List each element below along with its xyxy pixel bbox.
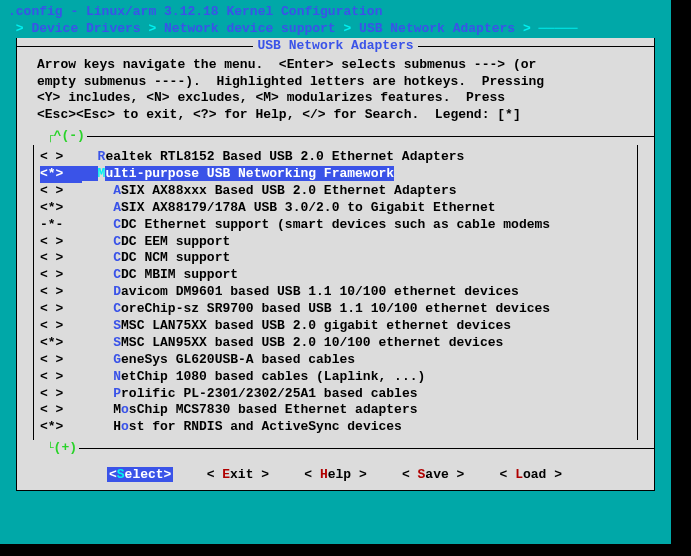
menu-item[interactable]: <*> Multi-purpose USB Networking Framewo… <box>34 166 637 183</box>
menu-item[interactable]: < > GeneSys GL620USB-A based cables <box>34 352 637 369</box>
menu-item[interactable]: < > ASIX AX88xxx Based USB 2.0 Ethernet … <box>34 183 637 200</box>
window-title: USB Network Adapters <box>253 38 417 55</box>
scroll-up-indicator: ┌^(-) <box>45 128 87 145</box>
button-exit[interactable]: < Exit > <box>205 467 271 482</box>
button-load[interactable]: < Load > <box>498 467 564 482</box>
menu-item[interactable]: < > CDC NCM support <box>34 250 637 267</box>
menu-item[interactable]: < > Prolific PL-2301/2302/25A1 based cab… <box>34 386 637 403</box>
config-title: .config - Linux/arm 3.12.18 Kernel Confi… <box>0 4 671 21</box>
menu-item[interactable]: < > NetChip 1080 based cables (Laplink, … <box>34 369 637 386</box>
button-row: <Select> < Exit > < Help > < Save > < Lo… <box>17 457 654 484</box>
button-save[interactable]: < Save > <box>400 467 466 482</box>
menu-item[interactable]: <*> ASIX AX88179/178A USB 3.0/2.0 to Gig… <box>34 200 637 217</box>
menu-item[interactable]: < > CDC MBIM support <box>34 267 637 284</box>
menu-item[interactable]: < > Davicom DM9601 based USB 1.1 10/100 … <box>34 284 637 301</box>
menu-list[interactable]: < > Realtek RTL8152 Based USB 2.0 Ethern… <box>33 145 638 440</box>
terminal-window: .config - Linux/arm 3.12.18 Kernel Confi… <box>0 0 671 544</box>
menu-item[interactable]: < > MosChip MCS7830 based Ethernet adapt… <box>34 402 637 419</box>
help-text: Arrow keys navigate the menu. <Enter> se… <box>17 55 654 129</box>
scroll-down-indicator: └(+) <box>45 440 79 457</box>
button-select[interactable]: <Select> <box>107 467 173 482</box>
menu-item[interactable]: <*> Host for RNDIS and ActiveSync device… <box>34 419 637 436</box>
breadcrumb: > Device Drivers > Network device suppor… <box>0 21 671 38</box>
menu-item[interactable]: -*- CDC Ethernet support (smart devices … <box>34 217 637 234</box>
menu-item[interactable]: < > SMSC LAN75XX based USB 2.0 gigabit e… <box>34 318 637 335</box>
menu-item[interactable]: < > CoreChip-sz SR9700 based USB 1.1 10/… <box>34 301 637 318</box>
menu-item[interactable]: <*> SMSC LAN95XX based USB 2.0 10/100 et… <box>34 335 637 352</box>
menu-item[interactable]: < > CDC EEM support <box>34 234 637 251</box>
button-help[interactable]: < Help > <box>302 467 368 482</box>
menu-item[interactable]: < > Realtek RTL8152 Based USB 2.0 Ethern… <box>34 149 637 166</box>
menu-window: USB Network Adapters Arrow keys navigate… <box>16 38 655 491</box>
